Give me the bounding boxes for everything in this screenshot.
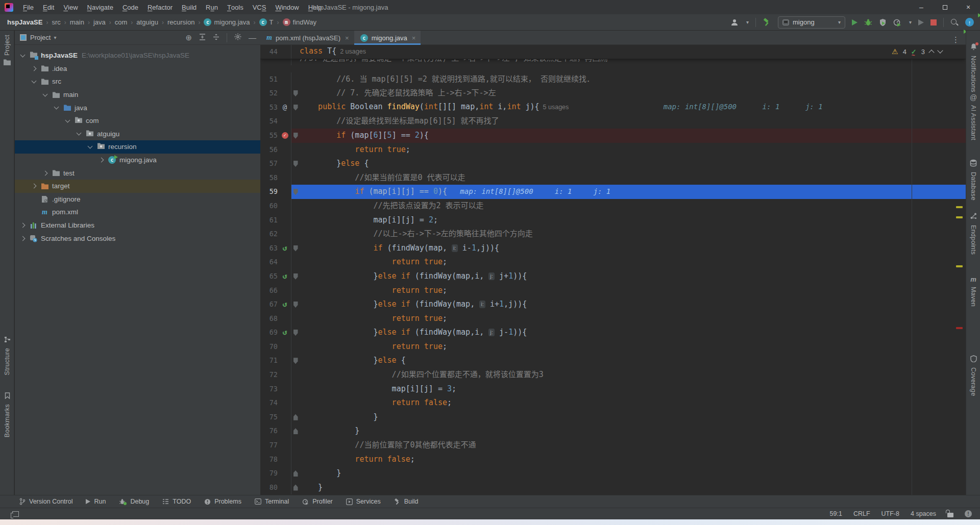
- tool-stripe-structure[interactable]: Structure: [0, 336, 14, 375]
- menu-item-vcs[interactable]: VCS: [248, 0, 271, 14]
- tree-item-recursion[interactable]: recursion: [15, 140, 260, 154]
- breadcrumb-item-main[interactable]: main: [70, 18, 84, 26]
- code-line-band[interactable]: return true;: [291, 312, 966, 326]
- error-stripe-mark[interactable]: [956, 206, 963, 208]
- fold-column[interactable]: [291, 185, 300, 199]
- tool-stripe-project[interactable]: Project: [0, 35, 14, 68]
- error-stripe-mark[interactable]: [956, 216, 963, 218]
- line-number[interactable]: 78: [260, 453, 279, 467]
- chevron-down-icon[interactable]: ▾: [909, 19, 912, 25]
- line-ending[interactable]: CRLF: [853, 510, 870, 517]
- code-line-77[interactable]: 77 //当前位置除了0其他都代表走不通: [260, 438, 966, 453]
- code-line-60[interactable]: 60 //先把该点设置为2 表示可以走: [260, 199, 966, 213]
- line-number[interactable]: 69: [260, 326, 279, 340]
- menu-item-navigate[interactable]: Navigate: [83, 0, 118, 14]
- code-line-67[interactable]: 67↺ }else if (findWay(map, i: i+1,j)){: [260, 297, 966, 312]
- line-number[interactable]: 59: [260, 185, 279, 199]
- code-line-band[interactable]: return true;: [291, 255, 966, 269]
- code-line-band[interactable]: return true;: [291, 143, 966, 157]
- code-line-band[interactable]: }: [291, 466, 966, 481]
- code-line-band[interactable]: // 7. 先确定老鼠找路策略 上->右->下->左: [291, 86, 966, 101]
- line-number[interactable]: 58: [260, 171, 279, 185]
- fold-column[interactable]: [291, 354, 300, 368]
- chevron-right-icon[interactable]: [43, 170, 48, 176]
- line-number[interactable]: 51: [260, 72, 279, 87]
- line-number[interactable]: 53: [260, 101, 279, 115]
- code-line-band[interactable]: public Boolean findWay(int[][] map,int i…: [291, 101, 966, 115]
- tool-button-debug[interactable]: Debug: [119, 498, 149, 505]
- code-line-band[interactable]: //5. 走迷宫时，需要确定一个策略(方法) 上->右->下->左 , 如果该点…: [291, 59, 966, 66]
- menu-item-file[interactable]: File: [18, 0, 38, 14]
- rerun-button-disabled[interactable]: [918, 19, 924, 26]
- ide-update-icon[interactable]: ↑: [965, 18, 974, 27]
- expand-all-icon[interactable]: [199, 34, 206, 42]
- line-number[interactable]: 70: [260, 340, 279, 354]
- code-line-clipped[interactable]: //5. 走迷宫时，需要确定一个策略(方法) 上->右->下->左 , 如果该点…: [260, 59, 966, 66]
- at-gutter-icon[interactable]: @: [279, 101, 291, 115]
- code-line-75[interactable]: 75 }: [260, 410, 966, 424]
- line-number[interactable]: 52: [260, 86, 279, 101]
- breadcrumb-item-java[interactable]: java: [93, 18, 106, 26]
- code-line-64[interactable]: 64 return true;: [260, 255, 966, 269]
- more-options-icon[interactable]: ⋮: [952, 35, 966, 44]
- chevron-down-icon[interactable]: [43, 91, 48, 96]
- line-number[interactable]: 74: [260, 396, 279, 410]
- code-line-74[interactable]: 74 return false;: [260, 396, 966, 410]
- code-line-52[interactable]: 52 // 7. 先确定老鼠找路策略 上->右->下->左: [260, 86, 966, 101]
- code-line-band[interactable]: map[i][j] = 2;: [291, 213, 966, 228]
- menu-item-build[interactable]: Build: [177, 0, 201, 14]
- code-line-56[interactable]: 56 return true;: [260, 143, 966, 157]
- chevron-down-icon[interactable]: [65, 117, 70, 122]
- warning-count[interactable]: 4: [903, 48, 906, 56]
- fold-column[interactable]: [291, 466, 300, 481]
- fold-marker-icon[interactable]: [293, 189, 298, 195]
- code-line-58[interactable]: 58 //如果当前位置是0 代表可以走: [260, 171, 966, 185]
- code-line-66[interactable]: 66 return true;: [260, 284, 966, 298]
- project-panel-title[interactable]: Project: [30, 34, 51, 41]
- line-number[interactable]: 71: [260, 354, 279, 368]
- coverage-button[interactable]: [879, 18, 887, 27]
- file-encoding[interactable]: UTF-8: [881, 510, 899, 517]
- menu-item-tools[interactable]: Tools: [223, 0, 248, 14]
- code-line-55[interactable]: 55✓ if (map[6][5] == 2){: [260, 129, 966, 143]
- menu-item-code[interactable]: Code: [118, 0, 143, 14]
- spellcheck-count[interactable]: 3: [921, 48, 925, 56]
- code-line-band[interactable]: }else if (findWay(map,i, j: j-1)){: [291, 326, 966, 340]
- search-everywhere-icon[interactable]: [950, 18, 959, 27]
- tree-item-main[interactable]: main: [15, 88, 260, 102]
- code-line-70[interactable]: 70 return true;: [260, 340, 966, 354]
- fold-column[interactable]: [291, 269, 300, 284]
- user-icon[interactable]: [730, 18, 739, 27]
- tree-item-java[interactable]: java: [15, 101, 260, 114]
- tree-item-hspjavase[interactable]: hspJavaSEE:\workplace01\javaSE\hspJavaSE: [15, 49, 260, 62]
- rec-gutter-icon[interactable]: ↺: [279, 297, 291, 312]
- code-line-band[interactable]: return false;: [291, 453, 966, 467]
- code-line-band[interactable]: //设定最终找到坐标是map[6][5] 就不再找了: [291, 114, 966, 129]
- menu-item-window[interactable]: Window: [271, 0, 303, 14]
- tool-button-terminal[interactable]: Terminal: [255, 498, 289, 505]
- fold-marker-icon[interactable]: [293, 273, 298, 280]
- bp-gutter-icon[interactable]: ✓: [279, 129, 291, 143]
- code-line-band[interactable]: return false;: [291, 396, 966, 410]
- previous-problem-icon[interactable]: [928, 49, 934, 55]
- code-line-53[interactable]: 53@ public Boolean findWay(int[][] map,i…: [260, 101, 966, 115]
- highlight-level-icon[interactable]: !: [965, 510, 972, 517]
- fold-marker-icon[interactable]: [293, 245, 298, 252]
- gear-icon[interactable]: [234, 33, 241, 42]
- code-line-band[interactable]: }else if (findWay(map,i, j: j+1)){: [291, 269, 966, 284]
- line-number[interactable]: 73: [260, 382, 279, 396]
- fold-column[interactable]: [291, 326, 300, 340]
- code-line-76[interactable]: 76 }: [260, 424, 966, 438]
- code-line-61[interactable]: 61 map[i][j] = 2;: [260, 213, 966, 228]
- code-line-71[interactable]: 71 }else {: [260, 354, 966, 368]
- code-line-band[interactable]: //6. 当 map[6][5] =2 就说明找到通路,就可以结束， 否则就继续…: [291, 72, 966, 87]
- tree-item-com[interactable]: com: [15, 114, 260, 128]
- line-number[interactable]: 44: [260, 45, 279, 59]
- tool-button-profiler[interactable]: Profiler: [302, 498, 333, 505]
- code-line-band[interactable]: //如果四个位置都走不通，就将该位置置为3: [291, 368, 966, 382]
- toolwindow-toggle-icon[interactable]: [12, 511, 19, 517]
- code-line-band[interactable]: }: [291, 410, 966, 424]
- code-line-68[interactable]: 68 return true;: [260, 312, 966, 326]
- line-number[interactable]: 57: [260, 157, 279, 171]
- tool-stripe-endpoints[interactable]: Endpoints: [966, 212, 980, 255]
